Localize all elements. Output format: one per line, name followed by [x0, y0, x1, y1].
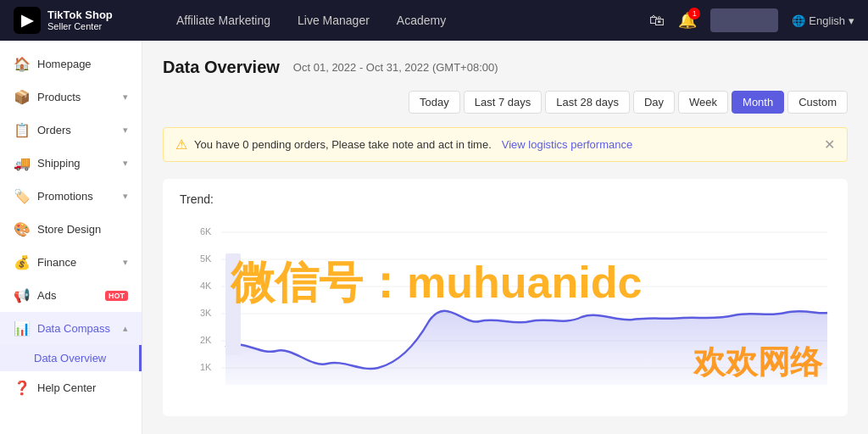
finance-chevron-icon: ▾ [123, 257, 128, 268]
filter-last28[interactable]: Last 28 days [545, 91, 630, 114]
brand-sub: Seller Center [47, 21, 113, 32]
sidebar-item-orders[interactable]: 📋 Orders ▾ [0, 114, 142, 147]
hot-badge: HOT [105, 291, 128, 301]
data-compass-chevron-icon: ▴ [123, 323, 128, 334]
shop-icon[interactable]: 🛍 [649, 12, 665, 30]
y-label-6k: 6K [200, 226, 212, 236]
sidebar-label-ads: Ads [37, 289, 95, 302]
sidebar-item-data-compass[interactable]: 📊 Data Compass ▴ [0, 312, 142, 345]
promotions-icon: 🏷️ [14, 188, 31, 204]
sidebar-label-shipping: Shipping [37, 157, 116, 170]
alert-banner: ⚠ You have 0 pending orders, Please take… [163, 127, 848, 162]
sidebar-item-products[interactable]: 📦 Products ▾ [0, 81, 142, 114]
sidebar: 🏠 Homepage 📦 Products ▾ 📋 Orders ▾ 🚚 Shi… [0, 41, 142, 434]
alert-close-icon[interactable]: ✕ [824, 136, 835, 153]
y-label-2k: 2K [200, 335, 212, 345]
sidebar-label-help-center: Help Center [37, 381, 128, 394]
filter-last7[interactable]: Last 7 days [464, 91, 542, 114]
page-title: Data Overview [163, 58, 280, 77]
sidebar-sub-item-data-overview[interactable]: Data Overview [0, 345, 142, 371]
filter-today[interactable]: Today [409, 91, 460, 114]
home-icon: 🏠 [14, 56, 31, 72]
nav-affiliate-marketing[interactable]: Affiliate Marketing [176, 14, 270, 27]
filter-custom[interactable]: Custom [787, 91, 848, 114]
date-filters: Today Last 7 days Last 28 days Day Week … [409, 91, 848, 114]
y-label-1k: 1K [200, 362, 212, 372]
sidebar-item-help-center[interactable]: ❓ Help Center [0, 371, 142, 404]
nav-right-controls: 🛍 🔔 1 🌐 English ▾ [649, 8, 854, 32]
ads-icon: 📢 [14, 287, 31, 303]
orders-icon: 📋 [14, 122, 31, 138]
chart-bar-left [225, 253, 241, 355]
sidebar-label-store-design: Store Design [37, 223, 128, 236]
sidebar-sub-label-data-overview: Data Overview [34, 352, 106, 364]
y-label-5k: 5K [200, 253, 212, 264]
sidebar-item-finance[interactable]: 💰 Finance ▾ [0, 246, 142, 279]
notifications-icon[interactable]: 🔔 1 [678, 11, 697, 30]
nav-links: Affiliate Marketing Live Manager Academy [176, 14, 622, 27]
sidebar-item-homepage[interactable]: 🏠 Homepage [0, 47, 142, 81]
sidebar-item-store-design[interactable]: 🎨 Store Design [0, 213, 142, 246]
nav-live-manager[interactable]: Live Manager [298, 14, 370, 27]
alert-warning-icon: ⚠ [175, 136, 187, 153]
sidebar-label-orders: Orders [37, 124, 116, 136]
filter-week[interactable]: Week [678, 91, 728, 114]
trend-chart: 6K 5K 4K 3K 2K 1K [180, 220, 831, 389]
sidebar-label-finance: Finance [37, 256, 116, 269]
products-chevron-icon: ▾ [123, 92, 128, 103]
tiktok-logo-icon: ▶ [14, 7, 41, 34]
notification-badge: 1 [688, 8, 700, 19]
orders-chevron-icon: ▾ [123, 125, 128, 136]
language-selector[interactable]: 🌐 English ▾ [792, 14, 854, 27]
alert-link[interactable]: View logistics performance [502, 138, 632, 151]
logo-area: ▶ TikTok Shop Seller Center [14, 7, 149, 34]
shipping-chevron-icon: ▾ [123, 158, 128, 169]
data-compass-icon: 📊 [14, 320, 31, 337]
filter-day[interactable]: Day [633, 91, 675, 114]
top-navigation: ▶ TikTok Shop Seller Center Affiliate Ma… [0, 0, 868, 41]
logo-text: TikTok Shop Seller Center [47, 8, 113, 33]
sidebar-item-ads[interactable]: 📢 Ads HOT [0, 279, 142, 312]
help-center-icon: ❓ [14, 380, 31, 396]
sidebar-label-data-compass: Data Compass [37, 322, 116, 335]
date-range: Oct 01, 2022 - Oct 31, 2022 (GMT+08:00) [293, 61, 498, 74]
alert-text: You have 0 pending orders, Please take n… [194, 138, 492, 151]
sidebar-label-products: Products [37, 91, 116, 103]
nav-academy[interactable]: Academy [397, 14, 446, 27]
shipping-icon: 🚚 [14, 155, 31, 171]
store-design-icon: 🎨 [14, 221, 31, 237]
user-avatar[interactable] [710, 8, 778, 32]
y-label-4k: 4K [200, 281, 212, 291]
data-overview-header: Data Overview Oct 01, 2022 - Oct 31, 202… [163, 58, 848, 114]
promotions-chevron-icon: ▾ [123, 191, 128, 202]
brand-name: TikTok Shop [47, 8, 113, 22]
sidebar-item-promotions[interactable]: 🏷️ Promotions ▾ [0, 180, 142, 213]
main-layout: 🏠 Homepage 📦 Products ▾ 📋 Orders ▾ 🚚 Shi… [0, 41, 868, 434]
finance-icon: 💰 [14, 254, 31, 270]
y-label-3k: 3K [200, 308, 212, 318]
chart-section: Trend: 微信号：muhuanidc 欢欢网络 6K 5K 4K 3K 2K… [163, 179, 848, 416]
products-icon: 📦 [14, 89, 31, 105]
chart-container: 微信号：muhuanidc 欢欢网络 6K 5K 4K 3K 2K 1K [180, 220, 831, 392]
sidebar-label-homepage: Homepage [37, 58, 128, 70]
sidebar-item-shipping[interactable]: 🚚 Shipping ▾ [0, 147, 142, 180]
sidebar-label-promotions: Promotions [37, 190, 116, 203]
filter-month[interactable]: Month [732, 91, 784, 114]
trend-label: Trend: [180, 192, 831, 206]
main-content: Data Overview Oct 01, 2022 - Oct 31, 202… [142, 41, 868, 434]
